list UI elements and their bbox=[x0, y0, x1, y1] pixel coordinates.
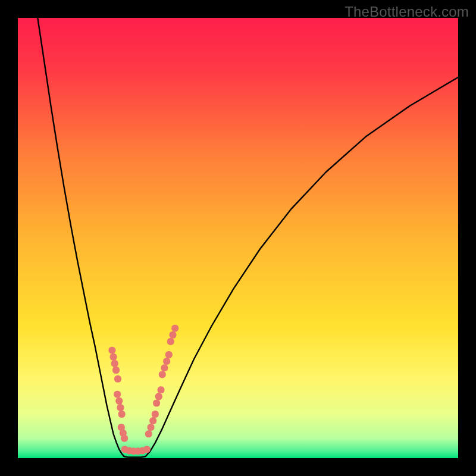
data-point bbox=[117, 404, 124, 411]
series-left-branch bbox=[37, 18, 124, 456]
data-point bbox=[118, 411, 126, 418]
data-point bbox=[149, 417, 156, 424]
data-point bbox=[108, 347, 115, 354]
data-point bbox=[147, 424, 154, 431]
data-point bbox=[155, 393, 162, 400]
data-point bbox=[165, 351, 173, 358]
series-right-branch bbox=[146, 77, 458, 456]
data-point bbox=[114, 391, 121, 398]
data-point bbox=[171, 325, 178, 332]
data-point bbox=[153, 400, 160, 407]
data-point bbox=[152, 411, 159, 418]
data-point bbox=[121, 435, 128, 442]
plot-area bbox=[18, 18, 458, 458]
data-point bbox=[167, 338, 174, 345]
series-valley-floor bbox=[124, 456, 145, 457]
data-point bbox=[169, 331, 176, 339]
data-point bbox=[110, 353, 117, 361]
data-point bbox=[145, 430, 152, 437]
curve-layer bbox=[18, 18, 458, 458]
data-point bbox=[115, 397, 123, 405]
data-point bbox=[114, 375, 121, 383]
data-point bbox=[161, 364, 168, 371]
chart-frame: TheBottleneck.com bbox=[0, 0, 476, 476]
data-point bbox=[111, 360, 118, 367]
data-point bbox=[163, 358, 170, 365]
data-point bbox=[143, 446, 151, 453]
data-point bbox=[112, 367, 120, 374]
data-point bbox=[158, 386, 165, 393]
data-point bbox=[159, 371, 166, 378]
